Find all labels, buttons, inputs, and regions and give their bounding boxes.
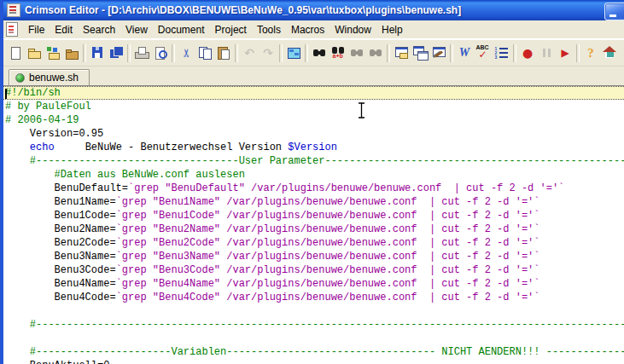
home-icon	[603, 46, 617, 60]
copy-window-button[interactable]	[411, 43, 429, 62]
menu-window[interactable]: Window	[329, 23, 376, 37]
find-previous-icon	[369, 46, 383, 60]
save-button[interactable]	[88, 43, 107, 62]
save-all-button[interactable]	[107, 43, 125, 62]
spell-check-button[interactable]	[474, 43, 493, 62]
cut-icon: ✂	[179, 46, 193, 61]
undo-button: ↶	[240, 43, 259, 62]
code-line-7[interactable]: #Daten aus BeNuWe.conf auslesen	[3, 168, 624, 182]
close-file-icon	[65, 46, 79, 60]
titlebar[interactable]: Crimson Editor - [D:\Archiv\DBOX\BENUWE\…	[3, 0, 624, 20]
spell-check-icon	[476, 46, 491, 60]
print-icon	[135, 46, 149, 60]
file-window-icon	[394, 46, 409, 60]
menu-document[interactable]: Document	[153, 23, 210, 37]
find-previous-button	[366, 43, 385, 62]
print-button[interactable]	[132, 43, 151, 62]
record-macro-button[interactable]: ●	[518, 43, 537, 62]
menu-macros[interactable]: Macros	[286, 23, 329, 37]
cut-button[interactable]: ✂	[177, 43, 195, 62]
menu-file[interactable]: File	[23, 23, 50, 37]
code-line-4[interactable]: Version=0.95	[3, 127, 624, 141]
code-line-17[interactable]	[3, 304, 624, 318]
code-line-18[interactable]: #---------------------------------------…	[3, 318, 624, 332]
toolbar-separator	[127, 44, 131, 62]
replace-icon	[331, 46, 346, 60]
minimize-button[interactable]	[604, 3, 624, 20]
grid-button[interactable]	[284, 43, 303, 62]
toolbar-separator	[450, 44, 453, 62]
line-numbers-button[interactable]	[493, 43, 511, 62]
print-preview-button[interactable]	[151, 43, 170, 62]
code-line-5[interactable]: echo BeNuWe - Benutzerwechsel Version $V…	[3, 141, 624, 154]
code-area[interactable]: #!/bin/sh# by PauleFoul# 2006-04-19 Vers…	[3, 86, 624, 364]
find-button[interactable]	[310, 43, 329, 62]
text-caret	[5, 89, 7, 99]
code-line-14[interactable]: Benu3Code=`grep "Benu3Code" /var/plugins…	[3, 263, 624, 277]
toolbar-separator	[172, 44, 175, 62]
copy-window-icon	[413, 46, 428, 60]
file-status-led-icon	[15, 73, 25, 83]
code-line-11[interactable]: Benu2Name=`grep "Benu2Name" /var/plugins…	[3, 222, 624, 236]
copy-icon	[198, 46, 213, 60]
code-line-15[interactable]: Benu4Name=`grep "Benu4Name" /var/plugins…	[3, 277, 624, 291]
code-line-20[interactable]: #----------------------Variablen--------…	[3, 345, 624, 359]
code-line-8[interactable]: BenuDefault=`grep "BenuDefault" /var/plu…	[3, 182, 624, 195]
new-document-button[interactable]	[6, 43, 25, 62]
code-line-10[interactable]: Benu1Code=`grep "Benu1Code" /var/plugins…	[3, 209, 624, 222]
save-all-icon	[109, 46, 124, 60]
toolbar-separator	[513, 44, 516, 62]
open-file-button[interactable]	[25, 43, 44, 62]
menu-search[interactable]: Search	[78, 23, 120, 37]
document-icon[interactable]	[6, 22, 18, 37]
menu-project[interactable]: Project	[210, 23, 252, 37]
line-numbers-icon	[495, 46, 510, 60]
open-workspace-button[interactable]	[44, 43, 62, 62]
code-line-9[interactable]: Benu1Name=`grep "Benu1Name" /var/plugins…	[3, 195, 624, 209]
menu-view[interactable]: View	[120, 23, 153, 37]
code-line-2[interactable]: # by PauleFoul	[3, 100, 624, 113]
word-wrap-icon: W	[458, 46, 472, 60]
menu-help[interactable]: Help	[376, 23, 408, 37]
record-macro-icon: ●	[521, 46, 535, 60]
code-line-3[interactable]: # 2006-04-19	[3, 113, 624, 127]
paste-button[interactable]	[214, 43, 233, 62]
crimson-editor-window: Crimson Editor - [D:\Archiv\DBOX\BENUWE\…	[0, 0, 624, 364]
find-next-button	[347, 43, 366, 62]
paste-icon	[217, 46, 231, 60]
word-wrap-button[interactable]: W	[455, 43, 474, 62]
find-next-icon	[350, 46, 364, 60]
file-window-button[interactable]	[392, 43, 411, 62]
code-line-21[interactable]: BenuAktuell=0	[3, 359, 624, 364]
copy-button[interactable]	[195, 43, 214, 62]
menubar: FileEditSearchViewDocumentProjectToolsMa…	[3, 20, 624, 39]
save-icon	[90, 46, 105, 60]
play-macro-button[interactable]: ▶	[556, 43, 574, 62]
menu-edit[interactable]: Edit	[50, 23, 78, 37]
build-tools-button[interactable]	[429, 43, 448, 62]
code-line-19[interactable]	[3, 332, 624, 345]
code-line-6[interactable]: #---------------------------------User P…	[3, 154, 624, 168]
toolbar-separator	[279, 44, 283, 62]
toolbar-separator	[576, 44, 580, 62]
code-line-12[interactable]: Benu2Code=`grep "Benu2Code" /var/plugins…	[3, 236, 624, 250]
help-button[interactable]: ?	[581, 43, 600, 62]
code-line-1[interactable]: #!/bin/sh	[3, 86, 624, 100]
code-editor[interactable]: #!/bin/sh# by PauleFoul# 2006-04-19 Vers…	[3, 85, 624, 364]
toolbar-separator	[387, 44, 390, 62]
close-file-button[interactable]	[62, 43, 81, 62]
code-line-16[interactable]: Benu4Code=`grep "Benu4Code" /var/plugins…	[3, 291, 624, 304]
home-button[interactable]	[600, 43, 619, 62]
code-line-13[interactable]: Benu3Name=`grep "Benu3Name" /var/plugins…	[3, 250, 624, 263]
help-icon: ?	[584, 46, 598, 60]
pause-macro-icon	[539, 46, 554, 60]
replace-button[interactable]	[329, 43, 347, 62]
redo-button: ↷	[259, 43, 277, 62]
undo-icon: ↶	[242, 46, 257, 60]
find-icon	[312, 46, 327, 60]
menu-tools[interactable]: Tools	[252, 23, 286, 37]
window-title: Crimson Editor - [D:\Archiv\DBOX\BENUWE\…	[25, 4, 461, 16]
toolbar: ✂↶↷W●▶?	[3, 39, 624, 66]
tab-benuwe-sh[interactable]: benuwe.sh	[9, 69, 90, 85]
build-tools-icon	[432, 46, 446, 60]
